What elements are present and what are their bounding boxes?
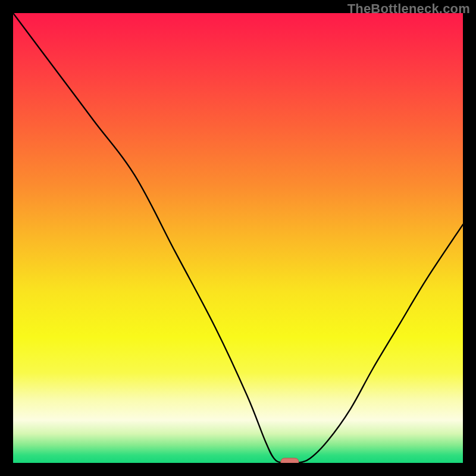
optimal-point-marker (281, 458, 299, 463)
bottleneck-chart (13, 13, 463, 463)
gradient-background (13, 13, 463, 463)
watermark-text: TheBottleneck.com (347, 1, 470, 17)
